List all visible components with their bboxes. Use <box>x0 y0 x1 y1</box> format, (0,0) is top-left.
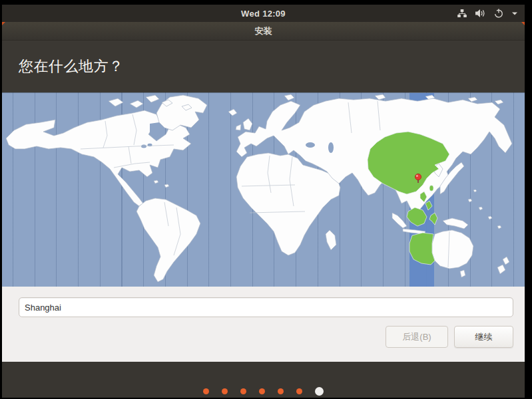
progress-footer <box>2 362 525 398</box>
caret-down-icon <box>511 8 518 19</box>
network-icon <box>457 8 467 19</box>
installer-screen: Wed 12:09 <box>2 5 525 396</box>
form-pane: 后退(B) 继续 <box>2 287 525 362</box>
world-map-svg <box>2 93 525 287</box>
desktop-corner-left <box>2 22 5 25</box>
continents <box>6 94 512 282</box>
progress-dot <box>240 388 246 394</box>
window-title-bar[interactable]: 安装 <box>2 22 525 41</box>
desktop-corner-right <box>521 22 525 25</box>
progress-dot <box>203 388 209 394</box>
continue-button[interactable]: 继续 <box>454 326 513 348</box>
system-top-bar: Wed 12:09 <box>2 5 525 22</box>
volume-icon <box>475 8 486 19</box>
system-status-area[interactable] <box>457 5 518 22</box>
progress-dot <box>296 388 302 394</box>
progress-dot-current <box>315 387 324 396</box>
page-header: 您在什么地方？ <box>2 41 525 92</box>
progress-dot <box>222 388 228 394</box>
clock[interactable]: Wed 12:09 <box>241 9 286 19</box>
progress-dots <box>2 387 525 396</box>
action-buttons: 后退(B) 继续 <box>386 326 513 348</box>
window-title: 安装 <box>255 25 272 37</box>
power-icon <box>493 8 504 19</box>
progress-dot <box>259 388 265 394</box>
page-title: 您在什么地方？ <box>19 57 124 76</box>
progress-dot <box>278 388 284 394</box>
timezone-map[interactable] <box>2 92 525 287</box>
timezone-input[interactable] <box>19 297 513 317</box>
back-button[interactable]: 后退(B) <box>386 326 448 348</box>
